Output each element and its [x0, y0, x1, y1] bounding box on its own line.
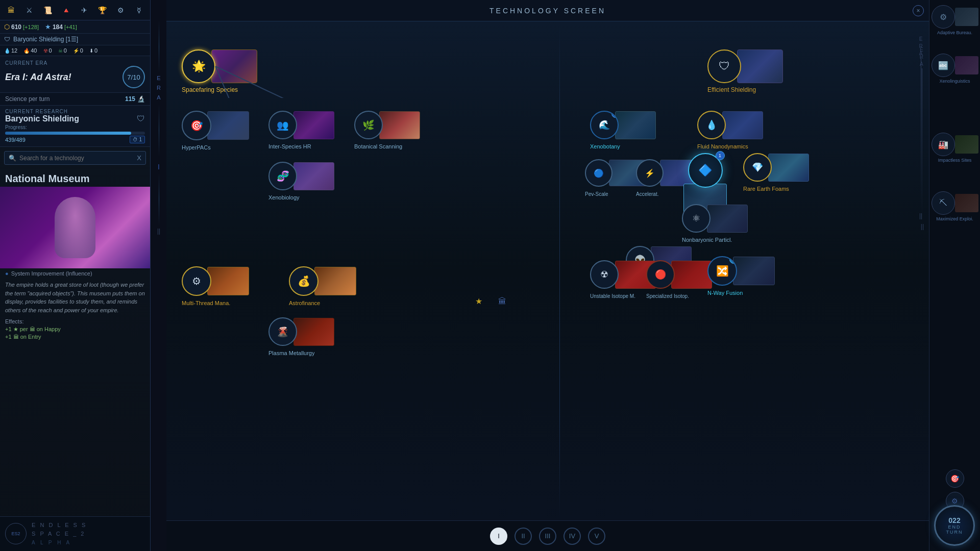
tech-multithread[interactable]: ⚙ Multi-Thread Mana. — [182, 266, 249, 296]
right-tech-maximized[interactable]: ⛏ Maximized Exploi. — [932, 191, 978, 221]
tech-botanical[interactable]: 🌿 Botanical Scanning — [354, 111, 420, 139]
icon-scroll[interactable]: 📜 — [40, 3, 55, 17]
nav-icon-1[interactable]: 🎯 — [946, 469, 964, 488]
icon-trophy[interactable]: 🏆 — [95, 3, 110, 17]
page-3[interactable]: III — [539, 528, 556, 545]
science-icon: ★ — [45, 23, 51, 31]
adaptive-thumb — [955, 8, 978, 26]
tech-nway[interactable]: 🔀 3 N-Way Fusion — [707, 256, 775, 286]
end-turn-label: END — [948, 524, 961, 530]
era-line-mid — [159, 104, 159, 157]
impactless-thumb — [955, 135, 978, 154]
shielding-label: Baryonic Shielding [1☰] — [13, 36, 78, 43]
r5-icon: ⚡ — [73, 48, 79, 54]
current-research: Current Research Baryonic Shielding 🛡 Pr… — [0, 106, 150, 147]
research-name: Baryonic Shielding — [5, 114, 79, 123]
tech-efficient[interactable]: 🛡 Efficient Shielding — [707, 49, 783, 83]
page-1[interactable]: I — [490, 528, 507, 545]
hyperpacs-thumb — [207, 111, 249, 140]
era-r: R — [156, 85, 162, 92]
tech-close-button[interactable]: × — [913, 5, 924, 16]
accelerat-circle: ⚡ — [636, 159, 664, 187]
hyperpacs-name: HyperPACs — [182, 144, 211, 151]
science-per-turn: Science per turn 115 🔬 — [0, 93, 150, 106]
rare-earth-thumb — [768, 154, 809, 182]
progress-bar — [5, 132, 145, 135]
res-r5: ⚡ 0 — [73, 47, 83, 54]
impactless-name: Impactless Sites — [938, 158, 972, 163]
museum-section: National Museum ● System Improvement (In… — [0, 169, 150, 516]
tech-xenobiology[interactable]: 🧬 Xenobiology — [268, 162, 334, 190]
end-turn-number: 022 — [948, 516, 960, 524]
r4-icon: ☠ — [58, 48, 63, 54]
progress-label: Progress: — [5, 124, 145, 130]
spacefaring-thumb — [211, 49, 257, 83]
gold-resource: ⬡ 610 [+128] — [4, 23, 39, 31]
nonbaryonic-name: Nonbaryonic Particl. — [682, 237, 732, 243]
right-tech-impactless[interactable]: 🏭 Impactless Sites — [932, 133, 978, 163]
museum-dot-icon: ● — [5, 270, 9, 277]
page-4[interactable]: IV — [564, 528, 581, 545]
tech-inter-species[interactable]: 👥 Inter-Species HR — [268, 111, 334, 139]
icon-pyramid[interactable]: 🔺 — [59, 3, 73, 17]
tech-main: TECHNOLOGY SCREEN × — [166, 0, 929, 551]
xenobotany-thumb — [615, 111, 656, 139]
inter-species-thumb — [293, 111, 334, 139]
plasma-name: Plasma Metallurgy — [268, 350, 314, 356]
end-turn-button[interactable]: 022 END TURN — [934, 505, 975, 546]
tech-fluid-nano[interactable]: 💧 Fluid Nanodynamics — [697, 111, 763, 139]
icon-combat[interactable]: ⚔ — [22, 3, 37, 17]
search-close[interactable]: X — [137, 154, 141, 162]
turns-badge: ⏱ 1 — [130, 136, 145, 143]
era-divider-line — [559, 21, 560, 520]
tech-spacefaring[interactable]: 🌟 Spacefaring Species — [182, 49, 257, 83]
research-shield-icon: 🛡 — [137, 114, 145, 123]
nway-thumb — [733, 257, 775, 285]
left-panel: 🏛 ⚔ 📜 🔺 ✈ 🏆 ⚙ ☿ ⬡ 610 [+128] ★ 184 [+41]… — [0, 0, 151, 551]
icon-misc[interactable]: ☿ — [132, 3, 146, 17]
search-input[interactable] — [19, 155, 134, 162]
rare-earth-circle: 💎 — [743, 153, 772, 182]
progress-fill — [5, 132, 131, 135]
small-resources: 💧 12 🔥 40 ☢ 0 ☠ 0 ⚡ 0 ⬇ 0 — [0, 45, 150, 56]
icon-ship[interactable]: ✈ — [77, 3, 91, 17]
unstable-circle: ☢ — [590, 260, 619, 289]
tech-plasma[interactable]: 🌋 Plasma Metallurgy — [268, 317, 334, 346]
fire-val: 40 — [31, 47, 37, 54]
end-turn-label2: TURN — [946, 530, 963, 535]
museum-image — [0, 187, 150, 268]
impactless-circle: 🏭 — [932, 133, 955, 156]
filter-building-icon[interactable]: 🏛 — [498, 297, 506, 306]
era-title: Era I: Ad Astra! — [5, 72, 71, 83]
logo-circle: ES2 — [5, 523, 27, 544]
r6-icon: ⬇ — [89, 48, 93, 54]
museum-type: ● System Improvement (Influence) — [0, 268, 150, 279]
era-r-r: R — [919, 43, 922, 49]
baryonic-badge: 1 — [716, 151, 725, 160]
tech-xenobotany[interactable]: 🌊 2 Xenobotany — [590, 111, 656, 139]
page-5[interactable]: V — [588, 528, 605, 545]
accelerat-name: Accelerat. — [636, 191, 658, 197]
xenobiology-thumb — [293, 162, 334, 190]
tech-specialized[interactable]: 🔴 Specialized Isotop. — [646, 260, 712, 289]
tech-hyperpacs[interactable]: 🎯 HyperPACs — [182, 111, 249, 140]
multithread-name: Multi-Thread Mana. — [182, 300, 230, 306]
astrofinance-circle: 💰 — [289, 266, 318, 296]
icon-city[interactable]: 🏛 — [4, 3, 18, 17]
tech-nonbaryonic[interactable]: ⚛ Nonbaryonic Particl. — [682, 204, 748, 233]
tech-rare-earth[interactable]: 💎 Rare Earth Foams — [743, 153, 809, 182]
r3-icon: ☢ — [43, 48, 48, 54]
tech-astrofinance[interactable]: 💰 Astrofinance — [289, 266, 356, 296]
botanical-name: Botanical Scanning — [354, 143, 402, 149]
filter-star-icon[interactable]: ★ — [475, 296, 482, 306]
r3-val: 0 — [49, 47, 52, 54]
fire-icon: 🔥 — [23, 48, 30, 54]
right-tech-adaptive[interactable]: ⚙ Adaptive Bureau. — [932, 5, 978, 35]
hyperpacs-circle: 🎯 — [182, 111, 211, 140]
spacefaring-name: Spacefaring Species — [182, 86, 238, 93]
logo-text: E N D L E S S S P A C E _ 2 A L P H A — [32, 521, 87, 547]
icon-gear[interactable]: ⚙ — [113, 3, 128, 17]
right-tech-xenoling[interactable]: 🔤 Xenolinguistics — [932, 54, 978, 84]
page-2[interactable]: II — [514, 528, 532, 545]
tech-titlebar: TECHNOLOGY SCREEN × — [166, 0, 929, 21]
